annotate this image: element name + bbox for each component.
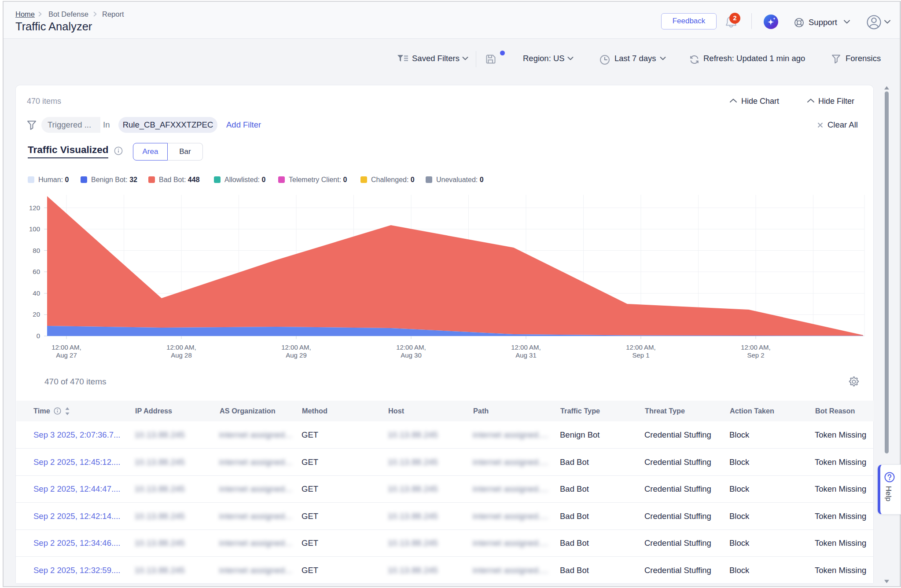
svg-text:Aug 30: Aug 30 bbox=[401, 351, 422, 359]
svg-text:100: 100 bbox=[29, 225, 40, 233]
svg-text:12:00 AM,: 12:00 AM, bbox=[741, 343, 771, 351]
svg-text:12:00 AM,: 12:00 AM, bbox=[626, 343, 656, 351]
svg-text:Aug 27: Aug 27 bbox=[56, 351, 77, 359]
svg-text:Sep 1: Sep 1 bbox=[632, 351, 649, 359]
svg-text:20: 20 bbox=[33, 310, 40, 318]
svg-text:60: 60 bbox=[33, 268, 40, 275]
svg-text:12:00 AM,: 12:00 AM, bbox=[281, 343, 311, 351]
svg-text:Aug 28: Aug 28 bbox=[171, 351, 192, 359]
svg-text:Sep 2: Sep 2 bbox=[747, 351, 764, 359]
svg-text:12:00 AM,: 12:00 AM, bbox=[396, 343, 426, 351]
svg-text:12:00 AM,: 12:00 AM, bbox=[166, 343, 196, 351]
svg-text:120: 120 bbox=[29, 204, 40, 212]
svg-text:40: 40 bbox=[33, 289, 40, 297]
svg-text:80: 80 bbox=[33, 247, 40, 254]
svg-text:Aug 29: Aug 29 bbox=[286, 351, 307, 359]
svg-text:Aug 31: Aug 31 bbox=[515, 351, 537, 359]
svg-text:12:00 AM,: 12:00 AM, bbox=[51, 343, 81, 351]
svg-text:0: 0 bbox=[37, 332, 40, 340]
svg-text:12:00 AM,: 12:00 AM, bbox=[511, 343, 541, 351]
